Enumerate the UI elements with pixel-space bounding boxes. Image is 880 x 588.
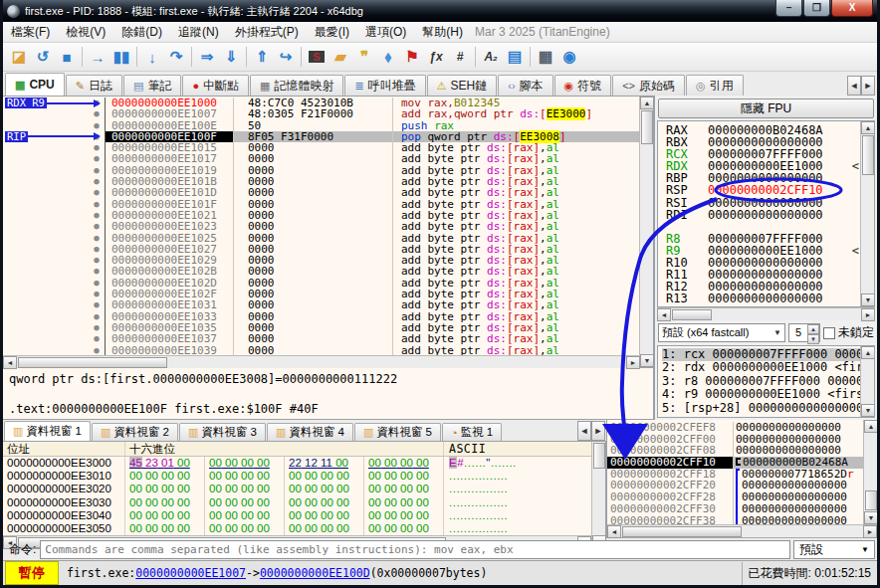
- stop-icon[interactable]: ■: [55, 45, 79, 69]
- dump-tab-scroll-right-icon[interactable]: ►: [591, 421, 605, 441]
- step-over-icon[interactable]: ↷: [164, 45, 188, 69]
- register-row-rsp[interactable]: RSP00000000002CFF10: [666, 184, 860, 196]
- close-button[interactable]: X: [831, 0, 873, 17]
- stack-panel[interactable]: 00000000002CFEF8000000000000000000000000…: [606, 420, 877, 537]
- breakpoint-dot-icon[interactable]: ●: [89, 108, 106, 119]
- highlight-icon[interactable]: A₂: [479, 45, 503, 69]
- seh-icon[interactable]: S: [305, 45, 329, 69]
- breakpoint-dot-icon[interactable]: ●: [89, 311, 106, 322]
- scroll-right-icon[interactable]: ►: [863, 525, 877, 538]
- dump-row[interactable]: 0000000000EE300045 23 01 0000 00 00 0022…: [3, 457, 591, 470]
- argument-row-4[interactable]: 4: r9 0000000000EE1000 <firs: [662, 388, 860, 401]
- tab-筆記[interactable]: ▤筆記: [123, 75, 181, 96]
- dump-row[interactable]: 0000000000EE304000 00 00 0000 00 00 0000…: [3, 509, 591, 522]
- dump-row[interactable]: 0000000000EE302000 00 00 0000 00 00 0000…: [3, 483, 591, 495]
- breakpoint-dot-icon[interactable]: ●: [89, 165, 106, 176]
- scroll-thumb[interactable]: [641, 110, 653, 144]
- bookmark-icon[interactable]: ⚑: [400, 45, 424, 69]
- dump-vertical-scrollbar[interactable]: ▼: [591, 442, 605, 548]
- tab-呼叫堆疊[interactable]: ≣呼叫堆疊: [344, 75, 425, 96]
- stack-row[interactable]: 00000000002CFEF80000000000000000: [607, 422, 863, 434]
- dump-tab-scroll-left-icon[interactable]: ◄: [577, 421, 591, 441]
- dump-tab-資料視窗 2[interactable]: ▥資料視窗 2: [92, 423, 178, 441]
- function-icon[interactable]: ƒx: [424, 45, 448, 69]
- command-profile-dropdown[interactable]: 預設 ▼: [793, 540, 875, 559]
- tab-scroll-right-icon[interactable]: ►: [861, 76, 875, 96]
- breakpoint-dot-icon[interactable]: ●: [89, 210, 106, 221]
- run-to-selection-icon[interactable]: ⇒: [195, 45, 219, 69]
- breakpoint-dot-icon[interactable]: ●: [89, 266, 106, 277]
- notes-device-icon[interactable]: ▤: [503, 45, 527, 69]
- label-icon[interactable]: ⬧: [376, 45, 400, 69]
- menu-item-8[interactable]: 幫助(H): [414, 22, 471, 43]
- stack-vertical-scrollbar[interactable]: ▲ ▼: [863, 420, 877, 524]
- breakpoint-dot-icon[interactable]: ●: [89, 289, 106, 299]
- stack-row[interactable]: 00000000002CFF10000000000B02468A: [607, 457, 863, 469]
- menu-item-5[interactable]: 外掛程式(P): [227, 22, 307, 43]
- comment-icon[interactable]: ❞: [352, 45, 376, 69]
- stack-row[interactable]: 00000000002CFF300000000000000000: [607, 503, 863, 515]
- calculator-icon[interactable]: ▦: [534, 45, 557, 69]
- scroll-up-icon[interactable]: ▲: [640, 97, 654, 109]
- tab-腳本[interactable]: ‹›腳本: [498, 75, 552, 96]
- spin-up-icon[interactable]: ▲: [807, 324, 819, 334]
- breakpoint-dot-icon[interactable]: ●: [89, 255, 106, 266]
- disasm-row[interactable]: ●0000000000EE100748:0305 F21F0000add rax…: [3, 108, 639, 119]
- breakpoint-dot-icon[interactable]: ●: [89, 120, 106, 131]
- register-row-rdi[interactable]: RDI0000000000000000: [666, 209, 860, 221]
- tab-記憶體映射[interactable]: ▦記憶體映射: [250, 75, 343, 96]
- menu-item-7[interactable]: 選項(O): [357, 22, 414, 43]
- tab-CPU[interactable]: ▦CPU: [5, 73, 65, 96]
- breakpoint-dot-icon[interactable]: ●: [89, 176, 106, 187]
- scroll-up-icon[interactable]: ▲: [861, 346, 875, 359]
- arguments-list[interactable]: 1: rcx 000000007FFFF000 00002: rdx 00000…: [658, 346, 860, 417]
- breakpoint-dot-icon[interactable]: ●: [89, 244, 106, 255]
- execute-till-return-icon[interactable]: ⇑: [250, 45, 274, 69]
- scroll-thumb[interactable]: [18, 357, 167, 368]
- disassembly-panel[interactable]: ●0000000000EE100048:C7C0 4523010Bmov rax…: [3, 96, 654, 368]
- registers-vertical-scrollbar[interactable]: ▲ ▼: [860, 121, 874, 306]
- title-bar[interactable]: first.exe - PID: 1888 - 模組: first.exe - …: [3, 0, 877, 22]
- hash-icon[interactable]: #: [448, 45, 472, 69]
- dump-row[interactable]: 0000000000EE303000 00 00 0000 00 00 0000…: [3, 496, 591, 509]
- scroll-thumb[interactable]: [593, 443, 605, 469]
- maximize-button[interactable]: ❐: [803, 0, 830, 17]
- scroll-down-icon[interactable]: ▼: [864, 511, 877, 524]
- trace-into-icon[interactable]: ⇓: [219, 45, 243, 69]
- breakpoint-dot-icon[interactable]: ●: [89, 278, 106, 289]
- register-row-rsi[interactable]: RSI0000000000000000: [666, 197, 860, 209]
- scroll-left-icon[interactable]: ◄: [3, 356, 17, 369]
- menu-item-3[interactable]: 除錯(D): [113, 22, 170, 43]
- stack-row[interactable]: 00000000002CFF380000000000000000: [607, 515, 863, 525]
- minimize-button[interactable]: –: [775, 0, 802, 17]
- scroll-left-icon[interactable]: ◄: [607, 525, 621, 538]
- argument-row-3[interactable]: 3: r8 000000007FFFF000 00000: [662, 375, 860, 388]
- register-list[interactable]: RAX000000000B02468ARBX0000000000000000RC…: [658, 121, 860, 306]
- menu-item-1[interactable]: 檔案(F): [3, 22, 58, 43]
- registers-horizontal-scrollbar[interactable]: ◄ ►: [657, 307, 875, 320]
- scroll-thumb[interactable]: [862, 135, 874, 175]
- step-into-icon[interactable]: ↓: [140, 45, 164, 69]
- breakpoint-dot-icon[interactable]: ●: [89, 199, 106, 210]
- breakpoint-dot-icon[interactable]: ●: [89, 299, 106, 310]
- breakpoint-dot-icon[interactable]: ●: [89, 233, 106, 244]
- pause-icon[interactable]: ▮▮: [110, 45, 133, 69]
- scroll-down-icon[interactable]: ▼: [640, 354, 654, 367]
- tab-scroll-left-icon[interactable]: ◄: [847, 76, 861, 96]
- breakpoint-dot-icon[interactable]: ●: [89, 333, 106, 344]
- open-file-icon[interactable]: ◪: [7, 45, 31, 69]
- patch-icon[interactable]: ▰: [329, 45, 352, 69]
- breakpoint-dot-icon[interactable]: ●: [89, 142, 106, 153]
- tab-中斷點[interactable]: ●中斷點: [182, 75, 249, 96]
- scroll-up-icon[interactable]: ▲: [861, 121, 875, 134]
- spin-down-icon[interactable]: ▼: [807, 334, 819, 344]
- dump-tab-資料視窗 1[interactable]: ▥資料視窗 1: [4, 421, 91, 441]
- status-to-address-link[interactable]: 0000000000EE100D: [260, 566, 370, 580]
- disasm-horizontal-scrollbar[interactable]: ◄ ►: [3, 355, 640, 368]
- dump-row[interactable]: 0000000000EE301000 00 00 0000 00 00 0000…: [3, 470, 591, 483]
- breakpoint-dot-icon[interactable]: ●: [89, 153, 106, 164]
- scroll-down-icon[interactable]: ▼: [861, 294, 875, 306]
- arguments-vertical-scrollbar[interactable]: ▲ ▼: [860, 346, 874, 417]
- unlocked-checkbox[interactable]: [823, 327, 835, 339]
- scroll-thumb[interactable]: [672, 309, 712, 320]
